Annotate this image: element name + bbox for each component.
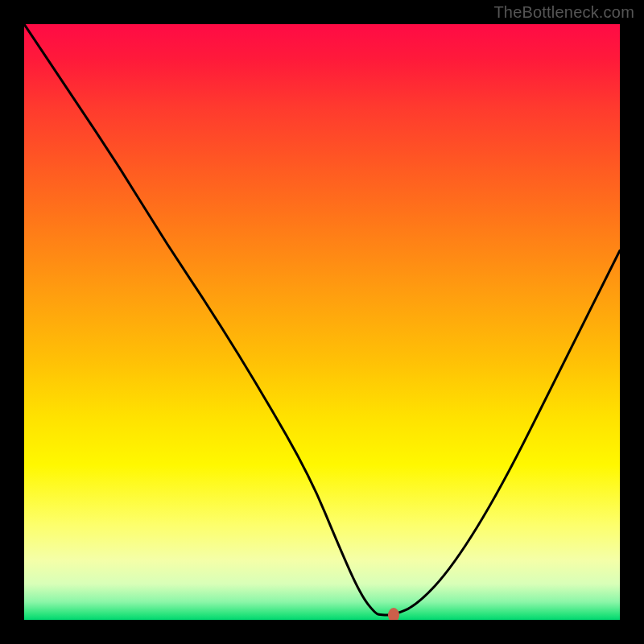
watermark: TheBottleneck.com <box>493 3 634 22</box>
optimal-point-marker <box>388 608 399 620</box>
plot-area <box>24 24 620 620</box>
curve-svg <box>24 24 620 620</box>
bottleneck-curve <box>24 24 620 615</box>
chart-frame: TheBottleneck.com <box>0 0 644 644</box>
